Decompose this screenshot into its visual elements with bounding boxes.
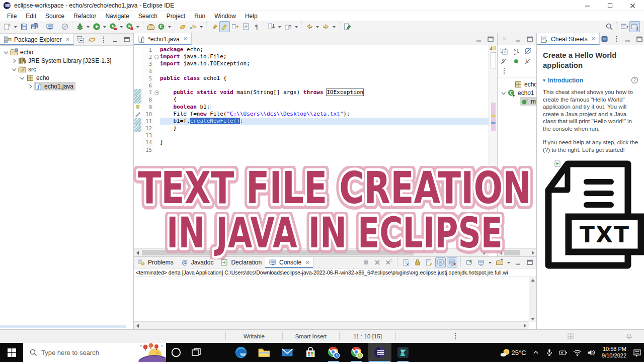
tray-battery-button[interactable] [556,343,570,362]
min-bar-button[interactable] [623,34,633,44]
code-line-1[interactable]: 1 package echo; [134,46,489,53]
status-handle-icon[interactable] [451,332,459,340]
tab-package-explorer[interactable]: Package Explorer ✕ [0,34,74,45]
search-flashlight-button[interactable] [188,21,198,32]
task-view-button[interactable] [186,343,206,362]
code-line-9[interactable]: 9 boolean b1; [134,104,489,111]
taskbar-app-filmora[interactable] [391,343,415,362]
fold-collapse-icon[interactable] [153,89,160,96]
selection-marker[interactable] [491,122,496,124]
close-icon[interactable]: ✕ [590,36,596,42]
collapse-all-button[interactable] [75,35,86,45]
start-button[interactable] [0,343,23,362]
minimize-view-button[interactable] [513,34,523,44]
maximize-view-button[interactable] [485,34,496,44]
tray-mic-button[interactable] [542,343,556,362]
occurrence-marker[interactable] [491,115,496,117]
profile-button[interactable] [124,21,135,32]
save-all-button[interactable] [29,21,40,32]
code-line-10[interactable]: 10 File f=new File("C:\\Users\\dcs\\Desk… [134,111,489,118]
menu-search[interactable]: Search [134,13,162,20]
window-maximize-button[interactable] [599,0,621,11]
min-bar-button[interactable] [110,35,120,45]
chevron-right-icon[interactable] [26,83,34,89]
help-icon[interactable]: ? [631,76,638,84]
debug-button[interactable] [74,21,85,32]
menu-navigate[interactable]: Navigate [101,13,133,20]
progress-icon[interactable] [568,333,574,339]
hide-nonpublic-button[interactable] [522,46,534,56]
minimize-view-button[interactable] [473,34,484,44]
menu-refactor[interactable]: Refactor [69,13,101,20]
new-java-project-button[interactable] [145,21,156,32]
search-input[interactable] [41,349,124,356]
menu-window[interactable]: Window [210,13,240,20]
dropdown-button[interactable] [118,21,124,32]
view-menu-button[interactable] [498,66,510,76]
max-box-button[interactable] [121,35,132,45]
code-line-8[interactable]: 8 { [134,96,489,103]
close-icon[interactable]: ✕ [182,36,188,42]
view-menu-button[interactable] [611,34,622,44]
section-introduction[interactable]: Introduction [548,77,583,84]
prev-annotation-button[interactable] [283,21,293,32]
tray-wifi-button[interactable] [570,343,584,362]
open-perspective-button[interactable] [619,21,629,32]
code-line-15[interactable]: 15 [134,146,489,153]
chevron-down-icon[interactable] [10,66,18,72]
java-perspective-button[interactable]: J [629,21,640,32]
next-annotation-button[interactable] [266,21,277,32]
tree-item-echo[interactable]: echo [0,73,133,82]
editor-scrollbar-thumb[interactable] [491,52,496,68]
forward-button[interactable] [320,21,331,32]
tab-echo1-java[interactable]: J *echo1.java ✕ [134,33,192,45]
chevron-down-icon[interactable] [18,75,26,81]
taskbar-app-file-explorer[interactable] [253,343,276,362]
focus-link-button[interactable] [87,35,97,45]
back-button[interactable] [304,21,314,32]
chevron-down-icon[interactable]: ▾ [543,77,545,83]
filter-dot-button[interactable] [510,56,522,66]
menu-help[interactable]: Help [240,13,262,20]
pilcrow-button[interactable]: ¶ [251,21,262,32]
dropdown-button[interactable] [314,21,320,32]
taskbar-app-chrome-2[interactable] [345,343,368,362]
tray-volume-button[interactable] [584,343,598,362]
save-button[interactable] [19,21,29,32]
highlighter-button[interactable] [219,21,230,32]
code-line-2[interactable]: 2 import java.io.File; [134,53,489,60]
window-minimize-button[interactable] [576,0,599,11]
max-box-button[interactable] [634,34,644,44]
code-line-13[interactable]: 13 [134,132,489,139]
console-hscrollbar[interactable] [134,321,529,329]
taskbar-app-edge[interactable] [229,343,253,362]
mark-occurrences-pin-button[interactable] [209,21,219,32]
view-menu-button[interactable] [98,35,109,45]
sort-az-button[interactable]: az [510,46,522,56]
menu-run[interactable]: Run [190,13,210,20]
window-close-button[interactable] [621,0,644,11]
dropdown-button[interactable] [277,21,283,32]
fold-collapse-icon[interactable] [153,53,160,60]
coverage-button[interactable] [108,21,118,32]
menu-source[interactable]: Source [41,13,69,20]
tree-item-echo[interactable]: J echo [0,48,133,56]
menu-project[interactable]: Project [162,13,190,20]
notifications-icon[interactable] [626,333,632,340]
console-vscrollbar[interactable] [529,277,536,322]
taskbar-app-store[interactable] [299,343,322,362]
chevron-right-icon[interactable] [10,58,18,64]
weather-button[interactable]: 25°C [497,343,529,362]
dropdown-button[interactable] [331,21,337,32]
code-line-7[interactable]: 7 public static void main(String[] args)… [134,89,489,96]
link-editor-button[interactable] [230,21,240,32]
tree-item-echo1-java[interactable]: J echo1.java [0,82,133,90]
open-element-button[interactable] [177,21,188,32]
tree-item-main[interactable]: S main [498,97,536,106]
chevron-down-icon[interactable] [2,49,10,55]
last-edit-button[interactable] [342,21,352,32]
menu-edit[interactable]: Edit [21,13,41,20]
taskbar-app-mail[interactable] [276,343,299,362]
tab-cheat-sheets[interactable]: Cheat Sheets ✕ [537,33,600,45]
tree-item-echo[interactable]: echo [498,80,536,88]
